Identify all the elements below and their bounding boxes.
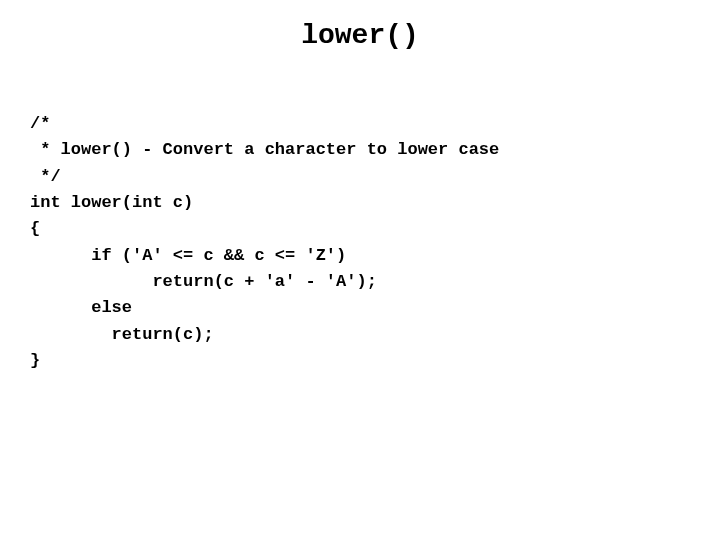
code-line: return(c + 'a' - 'A'); xyxy=(30,272,377,291)
code-line: int lower(int c) xyxy=(30,193,193,212)
code-line: */ xyxy=(30,167,61,186)
code-line: { xyxy=(30,219,40,238)
code-line: /* xyxy=(30,114,50,133)
code-line: } xyxy=(30,351,40,370)
code-line: if ('A' <= c && c <= 'Z') xyxy=(30,246,346,265)
code-block: /* * lower() - Convert a character to lo… xyxy=(0,111,720,374)
code-line: else xyxy=(30,298,132,317)
code-line: return(c); xyxy=(30,325,214,344)
code-line: * lower() - Convert a character to lower… xyxy=(30,140,499,159)
slide-title: lower() xyxy=(0,20,720,51)
